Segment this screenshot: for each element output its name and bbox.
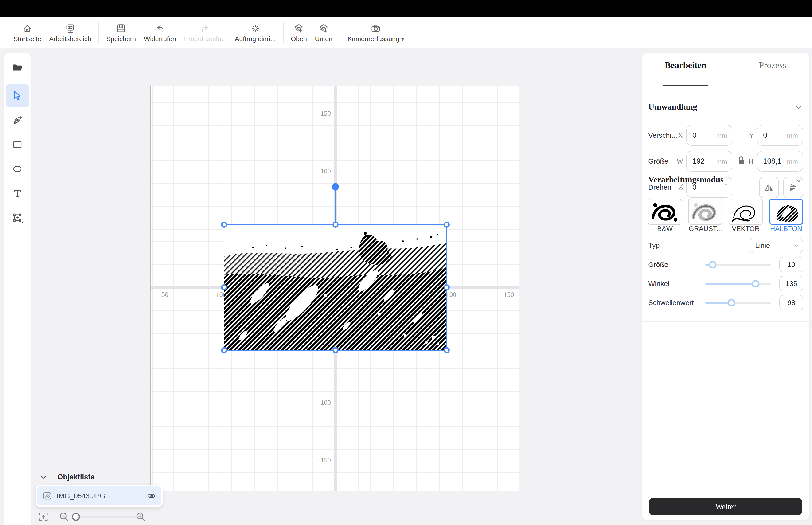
x-position-input[interactable] [692, 131, 718, 139]
tab-edit[interactable]: Bearbeiten [656, 60, 715, 70]
angle-slider[interactable] [705, 283, 771, 285]
camera-capture-label: Kameraerfassung▾ [348, 36, 404, 42]
visibility-toggle[interactable] [147, 491, 156, 501]
aspect-lock-icon[interactable] [737, 156, 746, 166]
h-letter: H [748, 157, 753, 166]
flip-horizontal-button[interactable] [759, 177, 779, 198]
job-setup-button[interactable]: Auftrag einri... [235, 23, 276, 42]
send-back-label: Unten [315, 36, 333, 42]
resize-handle-w[interactable] [221, 284, 227, 290]
rotation-handle[interactable] [332, 183, 339, 191]
ruler-label: 150 [310, 110, 331, 117]
object-list-header[interactable]: Objektliste [40, 473, 95, 481]
width-input[interactable] [692, 157, 718, 165]
resize-handle-se[interactable] [444, 347, 450, 353]
ruler-label: -100 [310, 399, 331, 406]
divider [642, 321, 809, 322]
ellipse-tool[interactable] [6, 158, 29, 180]
y-position-input[interactable] [763, 131, 789, 139]
select-tool[interactable] [6, 84, 29, 107]
mode-label-bw: B&W [647, 225, 683, 232]
width-field[interactable]: mm [686, 151, 732, 171]
chevron-down-icon: ▾ [401, 36, 404, 42]
mode-label-vector: VEKTOR [728, 225, 763, 232]
object-list: IMG_0543.JPG [36, 484, 163, 507]
mode-label-halftone: HALBTON [768, 225, 804, 232]
threshold-value-input[interactable] [779, 295, 803, 311]
x-axis-letter: X [678, 131, 683, 140]
bring-front-label: Oben [291, 36, 307, 42]
size-value-input[interactable] [779, 257, 803, 272]
open-file-tool[interactable] [6, 56, 29, 79]
bring-front-button[interactable]: Oben [291, 23, 307, 42]
threshold-slider[interactable] [705, 302, 771, 304]
redo-icon [200, 23, 211, 34]
type-select[interactable]: Linie [750, 238, 803, 253]
gear-icon [250, 23, 261, 34]
ellipse-icon [12, 163, 23, 175]
undo-button[interactable]: Widerrufen [144, 23, 176, 42]
collapse-mode-button[interactable] [795, 177, 802, 184]
save-button[interactable]: Speichern [106, 23, 136, 42]
text-tool[interactable] [6, 182, 29, 205]
undo-label: Widerrufen [144, 36, 176, 42]
mode-option-bw[interactable] [648, 198, 682, 225]
workspace-icon [65, 23, 76, 34]
threshold-slider-handle[interactable] [727, 299, 735, 306]
undo-icon [154, 23, 166, 34]
workspace-button[interactable]: Arbeitsbereich [49, 23, 91, 42]
camera-icon [370, 23, 381, 34]
angle-slider-fill [705, 283, 756, 285]
next-button[interactable]: Weiter [649, 498, 802, 515]
capture-area-tool[interactable] [6, 207, 29, 229]
angle-slider-handle[interactable] [752, 280, 760, 287]
height-input[interactable] [763, 157, 789, 165]
resize-handle-ne[interactable] [444, 222, 450, 228]
zoom-slider-handle[interactable] [72, 513, 80, 521]
y-unit: mm [787, 132, 798, 139]
type-label: Typ [648, 241, 659, 249]
active-tab-underline [662, 85, 709, 87]
resize-handle-nw[interactable] [221, 222, 227, 228]
chevron-down-icon [793, 243, 799, 249]
rectangle-icon [12, 139, 23, 150]
height-field[interactable]: mm [757, 151, 803, 171]
size-slider[interactable] [705, 264, 771, 266]
mode-option-halftone[interactable] [769, 198, 803, 225]
tab-process[interactable]: Prozess [743, 60, 802, 70]
system-menubar [0, 0, 812, 17]
angle-value-input[interactable] [779, 276, 803, 291]
camera-capture-button[interactable]: Kameraerfassung▾ [348, 23, 404, 42]
image-file-icon [42, 491, 52, 501]
rectangle-tool[interactable] [6, 133, 29, 156]
collapse-transform-button[interactable] [795, 104, 802, 111]
zoom-out-button[interactable] [58, 510, 71, 523]
properties-panel: Bearbeiten Prozess Umwandlung Verschi...… [642, 53, 809, 520]
resize-handle-s[interactable] [333, 347, 339, 353]
send-back-button[interactable]: Unten [315, 23, 333, 42]
mode-option-vector[interactable] [729, 198, 763, 225]
type-select-value: Linie [755, 242, 770, 250]
resize-handle-n[interactable] [333, 222, 339, 228]
y-position-field[interactable]: mm [757, 125, 803, 146]
threshold-slider-label: Schwellenwert [648, 299, 693, 307]
mode-option-grayscale[interactable] [688, 198, 722, 225]
flip-horizontal-icon [764, 182, 775, 193]
zoom-in-button[interactable] [134, 510, 147, 523]
redo-button[interactable]: Erneut ausfü... [184, 23, 227, 42]
pen-tool[interactable] [6, 109, 29, 131]
zoom-slider-track[interactable] [73, 516, 141, 518]
home-button[interactable]: Startseite [13, 23, 41, 42]
object-list-item[interactable]: IMG_0543.JPG [37, 486, 161, 506]
layers-down-icon [318, 23, 330, 34]
selection-box[interactable] [224, 224, 447, 351]
resize-handle-e[interactable] [444, 284, 450, 290]
text-icon [12, 188, 23, 199]
resize-handle-sw[interactable] [221, 347, 227, 353]
size-slider-handle[interactable] [709, 261, 716, 268]
rotation-handle-line [335, 187, 336, 225]
design-canvas[interactable]: 150 100 -100 -150 -150 -100 100 150 [150, 86, 519, 491]
save-icon [116, 23, 127, 34]
fit-view-button[interactable] [37, 510, 50, 523]
x-position-field[interactable]: mm [686, 125, 732, 146]
